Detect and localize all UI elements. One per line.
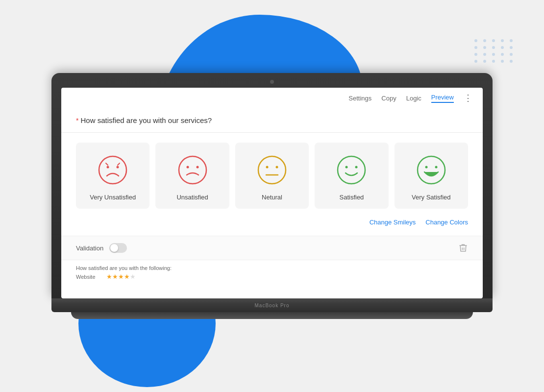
laptop-base: [71, 312, 473, 319]
delete-icon[interactable]: [458, 243, 468, 253]
svg-point-10: [338, 156, 365, 184]
svg-point-8: [276, 166, 278, 169]
card-label-unsatisfied: Unsatisfied: [176, 194, 208, 201]
svg-point-13: [418, 156, 445, 184]
card-very-unsatisfied[interactable]: Very Unsatisfied: [76, 143, 149, 209]
validation-label: Validation: [76, 245, 103, 252]
svg-point-12: [355, 166, 358, 169]
svg-point-5: [196, 166, 198, 169]
svg-point-6: [258, 156, 286, 184]
card-label-satisfied: Satisfied: [339, 194, 364, 201]
card-label-neutral: Netural: [262, 194, 282, 201]
cards-section: Very Unsatisfied Unsatisfied: [61, 133, 483, 236]
card-label-very-unsatisfied: Very Unsatisfied: [90, 194, 136, 201]
preview-question: How satisfied are you with the following…: [76, 265, 172, 271]
happy-icon: [336, 154, 367, 186]
very-unhappy-icon: [97, 154, 128, 186]
settings-tab[interactable]: Settings: [348, 95, 371, 102]
more-options-icon[interactable]: ⋮: [464, 93, 473, 103]
very-happy-icon: [416, 154, 447, 186]
star-empty: ★: [130, 273, 136, 280]
logic-tab[interactable]: Logic: [406, 95, 421, 102]
dot-grid-decoration: [474, 39, 515, 63]
card-label-very-satisfied: Very Satisfied: [412, 194, 451, 201]
laptop-frame: Settings Copy Logic Preview ⋮ * How sati…: [51, 73, 493, 319]
preview-tab[interactable]: Preview: [431, 94, 454, 103]
svg-point-14: [425, 166, 427, 169]
laptop-brand-label: MacBook Pro: [254, 303, 289, 308]
svg-point-15: [435, 166, 437, 169]
svg-point-7: [266, 166, 269, 169]
card-unsatisfied[interactable]: Unsatisfied: [155, 143, 229, 209]
unhappy-icon: [177, 154, 208, 186]
laptop-top: Settings Copy Logic Preview ⋮ * How sati…: [51, 73, 493, 298]
validation-toggle[interactable]: [109, 243, 127, 253]
card-satisfied[interactable]: Satisfied: [315, 143, 388, 209]
svg-point-11: [346, 166, 348, 169]
toolbar: Settings Copy Logic Preview ⋮: [61, 88, 483, 108]
screen-content: Settings Copy Logic Preview ⋮ * How sati…: [61, 88, 483, 285]
validation-bar: Validation: [61, 236, 483, 260]
preview-rating-row: Website ★★★★★: [76, 273, 468, 280]
smiley-cards-container: Very Unsatisfied Unsatisfied: [76, 143, 468, 209]
card-neutral[interactable]: Netural: [235, 143, 309, 209]
svg-point-3: [179, 156, 206, 184]
question-label: How satisfied are you with our services?: [80, 116, 212, 124]
laptop-camera: [270, 80, 274, 84]
svg-point-1: [107, 166, 109, 169]
toggle-thumb: [110, 244, 118, 252]
neutral-icon: [256, 154, 288, 186]
copy-tab[interactable]: Copy: [381, 95, 396, 102]
preview-strip: How satisfied are you with the following…: [61, 260, 483, 285]
svg-point-2: [117, 166, 119, 169]
card-very-satisfied[interactable]: Very Satisfied: [395, 143, 468, 209]
svg-point-4: [186, 166, 189, 169]
action-links: Change Smileys Change Colors: [76, 217, 468, 231]
question-text: * How satisfied are you with our service…: [76, 116, 468, 124]
preview-stars: ★★★★★: [106, 273, 136, 280]
required-star: *: [76, 117, 78, 124]
validation-left: Validation: [76, 243, 127, 253]
change-colors-link[interactable]: Change Colors: [425, 219, 468, 226]
preview-row: How satisfied are you with the following…: [76, 265, 468, 271]
preview-website-label: Website: [76, 274, 100, 280]
laptop-bottom: MacBook Pro: [51, 298, 493, 312]
question-section: * How satisfied are you with our service…: [61, 108, 483, 133]
laptop-screen: Settings Copy Logic Preview ⋮ * How sati…: [61, 88, 483, 298]
svg-point-0: [99, 156, 126, 184]
change-smileys-link[interactable]: Change Smileys: [370, 219, 416, 226]
